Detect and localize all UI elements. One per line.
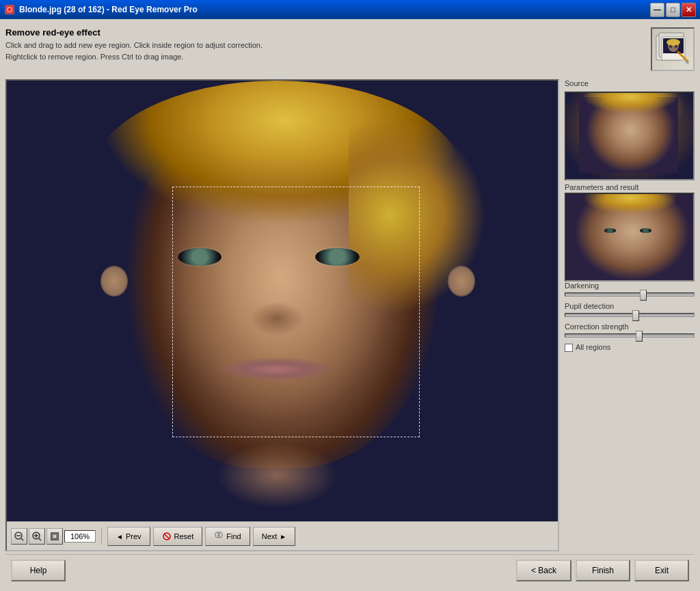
zoom-controls: 106%	[11, 528, 96, 545]
zoom-in-button[interactable]	[29, 528, 45, 545]
fit-button[interactable]	[46, 528, 63, 545]
header-line1: Click and drag to add new eye region. Cl…	[5, 40, 262, 51]
help-button[interactable]: Help	[11, 560, 66, 581]
svg-point-2	[8, 8, 11, 11]
svg-line-18	[39, 538, 41, 540]
all-regions-checkbox[interactable]	[565, 344, 573, 352]
title-text: Blonde.jpg (28 of 162) - Red Eye Remover…	[19, 5, 198, 14]
zoom-out-icon	[14, 532, 24, 541]
find-icon	[214, 532, 224, 541]
left-ear	[100, 266, 128, 297]
close-button[interactable]: ✕	[682, 3, 696, 17]
prev-arrow-icon	[116, 532, 123, 540]
bottom-right-buttons: < Back Finish Exit	[516, 560, 689, 581]
all-regions-label: All regions	[576, 343, 610, 351]
correction-group: Correction strength	[565, 322, 695, 338]
darkening-group: Darkening	[565, 281, 695, 297]
title-bar: Blonde.jpg (28 of 162) - Red Eye Remover…	[0, 0, 700, 19]
parameters-label: Parameters and result	[565, 183, 695, 191]
darkening-thumb[interactable]	[640, 290, 647, 301]
right-ear	[448, 266, 475, 297]
minimize-button[interactable]: —	[650, 3, 664, 17]
find-label: Find	[226, 532, 241, 540]
svg-line-24	[164, 534, 170, 539]
lips	[221, 358, 332, 380]
svg-line-15	[21, 538, 23, 540]
header-title: Remove red-eye effect	[5, 27, 262, 38]
right-eye	[315, 248, 359, 266]
darkening-track[interactable]	[565, 292, 695, 297]
separator-1	[101, 528, 102, 545]
bottom-bar: Help < Back Finish Exit	[5, 554, 695, 586]
pupil-label: Pupil detection	[565, 302, 695, 310]
source-thumbnail	[565, 92, 695, 180]
help-label: Help	[30, 566, 47, 575]
correction-track[interactable]	[565, 333, 695, 338]
neck	[216, 442, 337, 508]
app-icon	[4, 4, 15, 15]
find-button[interactable]: Find	[205, 527, 250, 546]
correction-label: Correction strength	[565, 322, 695, 331]
main-window: Remove red-eye effect Click and drag to …	[0, 19, 700, 591]
left-eye	[178, 248, 221, 266]
logo-icon	[655, 31, 690, 67]
next-button[interactable]: Next	[253, 527, 296, 546]
svg-point-26	[218, 532, 222, 538]
result-thumbnail	[565, 193, 695, 281]
main-panel[interactable]: 106% Prev Reset	[5, 79, 559, 551]
finish-label: Finish	[592, 566, 614, 575]
reset-label: Reset	[174, 532, 194, 540]
reset-button[interactable]: Reset	[153, 527, 203, 546]
header-text: Remove red-eye effect Click and drag to …	[5, 27, 262, 62]
zoom-display[interactable]: 106%	[64, 530, 96, 542]
svg-point-10	[675, 45, 677, 48]
svg-rect-22	[53, 534, 57, 538]
main-image-container: 106% Prev Reset	[5, 79, 559, 551]
zoom-in-icon	[32, 532, 42, 541]
result-right-eye	[640, 228, 651, 232]
all-regions-row: All regions	[565, 343, 695, 353]
parameters-section: Parameters and result Darkening Pupil de…	[565, 183, 695, 551]
source-label: Source	[565, 79, 695, 87]
title-controls: — □ ✕	[650, 3, 696, 17]
back-label: < Back	[531, 566, 556, 575]
zoom-out-button[interactable]	[11, 528, 27, 545]
thumb-hair	[576, 93, 681, 132]
prev-label: Prev	[126, 532, 142, 540]
finish-button[interactable]: Finish	[576, 560, 630, 581]
fit-icon	[50, 532, 59, 541]
pupil-track[interactable]	[565, 313, 695, 317]
pupil-group: Pupil detection	[565, 302, 695, 317]
exit-label: Exit	[655, 566, 669, 575]
prev-button[interactable]: Prev	[107, 527, 150, 546]
face-image	[7, 81, 558, 521]
header-section: Remove red-eye effect Click and drag to …	[5, 25, 695, 74]
svg-point-9	[669, 45, 672, 48]
pupil-thumb[interactable]	[632, 310, 639, 321]
nose	[250, 301, 305, 337]
next-label: Next	[262, 532, 278, 540]
result-left-eye	[604, 228, 616, 232]
title-bar-left: Blonde.jpg (28 of 162) - Red Eye Remover…	[4, 4, 198, 15]
right-panel: Source Parameters and result Darkening	[565, 79, 695, 551]
image-canvas[interactable]	[7, 81, 558, 521]
header-icon	[651, 27, 695, 71]
content-area: 106% Prev Reset	[5, 79, 695, 551]
result-hair	[576, 194, 681, 233]
image-toolbar: 106% Prev Reset	[7, 521, 558, 550]
exit-button[interactable]: Exit	[634, 560, 689, 581]
svg-point-8	[667, 39, 680, 46]
darkening-label: Darkening	[565, 281, 695, 290]
maximize-button[interactable]: □	[666, 3, 680, 17]
correction-thumb[interactable]	[636, 331, 643, 342]
reset-icon	[162, 532, 172, 541]
header-line2: Rightclick to remove region. Press Ctrl …	[5, 51, 262, 63]
back-button[interactable]: < Back	[516, 560, 571, 581]
next-arrow-icon	[280, 532, 286, 540]
